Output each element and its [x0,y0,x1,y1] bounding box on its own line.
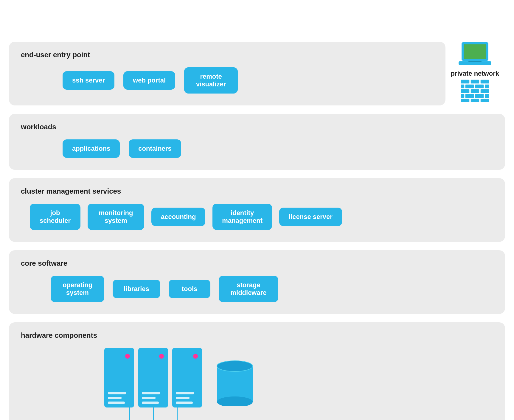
storage-cylinder-group [214,359,256,407]
svg-rect-13 [480,89,489,93]
firewall-icon [460,79,490,103]
server-indicator-1 [125,354,130,359]
server-line [108,397,122,399]
private-network-label: private network [451,70,499,77]
hardware-label: hardware components [21,331,493,340]
end-user-entry-point-label: end-user entry point [21,51,434,59]
remote-visualizer-chip[interactable]: remotevisualizer [184,67,238,94]
page-container: private network e [9,42,505,420]
core-software-label: core software [21,259,493,267]
svg-rect-12 [470,89,479,93]
server-line [176,392,194,394]
hardware-section: hardware components [9,322,505,420]
svg-rect-16 [461,94,465,98]
svg-rect-5 [470,80,479,84]
svg-rect-4 [461,80,470,84]
ssh-server-chip[interactable]: ssh server [63,71,114,90]
cluster-chips-row: jobscheduler monitoringsystem accounting… [30,204,493,230]
core-software-chips-row: operatingsystem libraries tools storagem… [51,276,493,302]
svg-rect-1 [464,44,486,59]
job-scheduler-chip[interactable]: jobscheduler [30,204,80,230]
svg-rect-19 [470,99,479,102]
cable-3 [177,407,178,420]
svg-rect-3 [468,61,482,62]
svg-rect-6 [480,80,489,84]
applications-chip[interactable]: applications [63,139,120,158]
server-tower-1 [104,348,134,407]
end-user-chips-row: ssh server web portal remotevisualizer [63,67,434,94]
private-network-section: private network [451,42,499,103]
server-lines-2 [142,392,164,404]
server-line [142,397,156,399]
svg-rect-7 [465,84,474,88]
workloads-label: workloads [21,123,493,131]
monitoring-system-chip[interactable]: monitoringsystem [88,204,144,230]
workloads-chips-row: applications containers [63,139,493,158]
storage-middleware-chip[interactable]: storagemiddleware [219,276,278,302]
server-tower-3 [172,348,202,407]
cable-2 [153,407,154,420]
server-indicator-2 [159,354,164,359]
end-user-entry-point-section: end-user entry point ssh server web port… [9,42,445,105]
license-server-chip[interactable]: license server [279,208,342,226]
operating-system-chip[interactable]: operatingsystem [51,276,104,302]
containers-chip[interactable]: containers [129,139,181,158]
svg-rect-11 [461,89,470,93]
svg-rect-14 [465,94,474,98]
svg-rect-18 [461,99,470,102]
svg-rect-10 [485,84,489,88]
server-line [142,402,159,404]
laptop-icon [457,42,493,69]
server-cables [117,407,189,420]
accounting-chip[interactable]: accounting [151,208,205,226]
svg-rect-17 [485,94,489,98]
storage-cylinder-icon [214,359,256,406]
server-lines-1 [108,392,131,404]
svg-rect-8 [475,84,484,88]
server-tower-2 [138,348,168,407]
cluster-management-label: cluster management services [21,187,493,195]
server-line [176,397,190,399]
svg-rect-9 [461,84,465,88]
svg-rect-20 [480,99,489,102]
svg-rect-15 [475,94,484,98]
tools-chip[interactable]: tools [169,280,210,298]
cable-1 [129,407,130,420]
web-portal-chip[interactable]: web portal [123,71,175,90]
server-line [108,402,125,404]
server-line [108,392,126,394]
server-line [142,392,160,394]
server-indicator-3 [193,354,198,359]
cluster-management-section: cluster management services jobscheduler… [9,178,505,242]
server-lines-3 [176,392,198,404]
libraries-chip[interactable]: libraries [113,280,160,298]
identity-management-chip[interactable]: identitymanagement [212,204,272,230]
workloads-section: workloads applications containers [9,114,505,170]
core-software-section: core software operatingsystem libraries … [9,250,505,314]
server-line [176,402,193,404]
